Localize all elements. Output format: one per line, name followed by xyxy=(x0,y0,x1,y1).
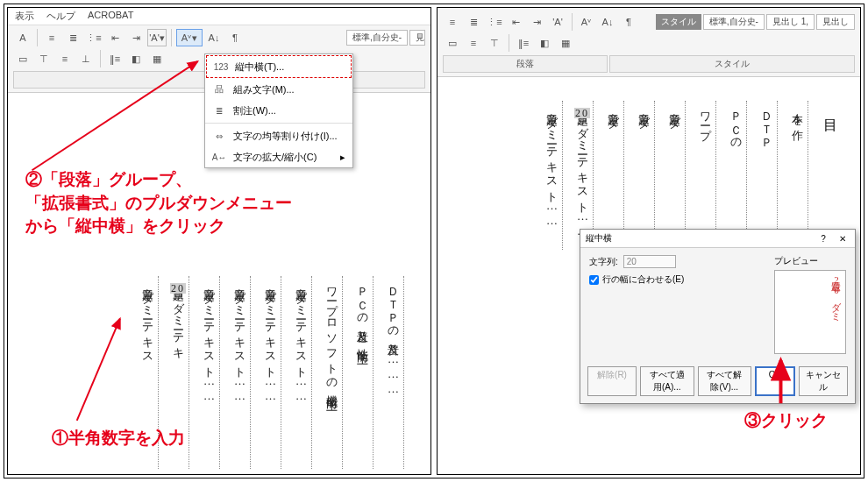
doc-col: ＰＣの xyxy=(725,101,747,250)
multilevel-list-icon[interactable]: ⋮≡ xyxy=(485,13,504,31)
doc-col: 章題ダ xyxy=(664,101,686,250)
doc-col: 章題ダミーテキスト…… xyxy=(198,276,220,469)
dialog-title: 縦中横 xyxy=(586,232,612,245)
align-bot-icon[interactable]: ⊥ xyxy=(76,50,96,67)
dialog-help-icon[interactable]: ? xyxy=(816,234,830,244)
warichu-icon: ≣ xyxy=(212,103,226,117)
align-mid-icon[interactable]: ≡ xyxy=(55,50,75,67)
dialog-moji-label: 文字列: xyxy=(589,256,618,268)
outdent-icon[interactable]: ⇤ xyxy=(105,29,125,46)
extended-format-dropdown: 123 縦中横(T)... 品 組み文字(M)... ≣ 割注(W)... ⇔ … xyxy=(204,53,353,168)
dialog-preview-label: プレビュー xyxy=(774,255,846,267)
border-icon[interactable]: ▭ xyxy=(443,34,462,52)
show-marks-icon[interactable]: ¶ xyxy=(225,29,245,46)
line-spacing-icon[interactable]: ‖≡ xyxy=(105,50,125,67)
shading-icon[interactable]: ◧ xyxy=(535,34,554,52)
annotation-step3: ③クリック xyxy=(744,409,828,433)
menu-acrobat[interactable]: ACROBAT xyxy=(88,10,133,23)
kakudai-icon: A↔ xyxy=(212,150,226,164)
dropdown-kinto-label: 文字の均等割り付け(I)... xyxy=(233,130,338,143)
kumimoji-icon: 品 xyxy=(212,82,226,96)
dropdown-tatechuyoko[interactable]: 123 縦中横(T)... xyxy=(206,55,352,78)
doc-col: ＰＣの普及と性能向上… xyxy=(352,276,374,469)
doc-col: 章題ダミーテキスト…… xyxy=(290,276,312,469)
dropdown-kumimoji[interactable]: 品 組み文字(M)... xyxy=(205,79,352,100)
dialog-preview: 章題20ダミ xyxy=(774,270,846,354)
menu-help[interactable]: ヘルプ xyxy=(46,10,75,23)
sort-icon[interactable]: 'A'▾ xyxy=(147,29,167,46)
ribbon-right: ≡ ≣ ⋮≡ ⇤ ⇥ 'A' Aᵛ A↓ ¶ スタイル 標準,自分史- 見出し … xyxy=(438,8,860,77)
sort-az-icon[interactable]: A↓ xyxy=(598,13,617,31)
dialog-all-kaijo-button[interactable]: すべて解除(V)... xyxy=(698,366,752,396)
selected-number[interactable]: 20 xyxy=(574,108,590,118)
dropdown-kakudai[interactable]: A↔ 文字の拡大/縮小(C) ▸ xyxy=(205,146,352,167)
dialog-ok-button[interactable]: OK xyxy=(755,366,795,396)
doc-col: ワープロソフトの機能向上… xyxy=(321,276,343,469)
dialog-fit-label: 行の幅に合わせる(E) xyxy=(602,273,684,286)
dropdown-tatechuyoko-label: 縦中横(T)... xyxy=(235,60,284,74)
doc-col: 章題ダ xyxy=(633,101,655,250)
style-label: スタイル xyxy=(656,14,701,30)
dropdown-warichu[interactable]: ≣ 割注(W)... xyxy=(205,100,352,121)
numbered-list-icon[interactable]: ≣ xyxy=(464,13,483,31)
tatechuyoko-button[interactable]: Aᵛ▾ xyxy=(176,29,203,46)
doc-col: ＤＴＰ xyxy=(756,101,778,250)
style-heading1[interactable]: 見 xyxy=(409,30,425,46)
shading-icon[interactable]: ◧ xyxy=(126,50,146,67)
indent-icon[interactable]: ⇥ xyxy=(126,29,146,46)
borders-icon[interactable]: ▦ xyxy=(556,34,575,52)
style-heading1[interactable]: 見出し 1, xyxy=(766,14,815,30)
kinto-icon: ⇔ xyxy=(212,129,226,143)
close-icon[interactable]: ✕ xyxy=(836,234,850,244)
style-normal[interactable]: 標準,自分史- xyxy=(703,14,765,30)
doc-col: 章題ダミーテキスト…… xyxy=(541,101,563,250)
dialog-moji-input[interactable]: 20 xyxy=(623,255,676,268)
dropdown-kinto[interactable]: ⇔ 文字の均等割り付け(I)... xyxy=(205,125,352,146)
dropdown-warichu-label: 割注(W)... xyxy=(233,104,276,117)
sort-az-icon[interactable]: A↓ xyxy=(204,29,224,46)
doc-col: ワープ xyxy=(694,101,716,250)
style-normal[interactable]: 標準,自分史- xyxy=(346,30,408,46)
dialog-all-apply-button[interactable]: すべて適用(A)... xyxy=(640,366,694,396)
dialog-kaijo-button[interactable]: 解除(R) xyxy=(587,366,637,396)
show-marks-icon[interactable]: ¶ xyxy=(619,13,638,31)
tatechuyoko-icon: 123 xyxy=(214,60,228,74)
dialog-cancel-button[interactable]: キャンセル xyxy=(799,366,848,396)
multilevel-list-icon[interactable]: ⋮≡ xyxy=(84,29,103,46)
dropdown-kakudai-label: 文字の拡大/縮小(C) xyxy=(233,151,317,164)
borders-icon[interactable]: ▦ xyxy=(147,50,167,67)
indent-icon[interactable]: ⇥ xyxy=(527,13,546,31)
sort-icon[interactable]: Aᵛ xyxy=(577,13,596,31)
align-top-icon[interactable]: ⊤ xyxy=(34,50,53,67)
numbered-list-icon[interactable]: ≣ xyxy=(63,29,82,46)
font-box-icon[interactable]: A xyxy=(13,29,32,46)
doc-col: 章題ダミーテキスト…… xyxy=(229,276,251,469)
border-icon[interactable]: ▭ xyxy=(13,50,32,67)
line-spacing-icon[interactable]: ‖≡ xyxy=(514,34,533,52)
dialog-fit-checkbox[interactable] xyxy=(589,275,599,285)
ribbon-group-style: スタイル xyxy=(609,55,855,73)
doc-col: ＤＴＰの普及………… xyxy=(382,276,404,469)
list-icon[interactable]: ≡ xyxy=(443,13,462,31)
panel-right: ≡ ≣ ⋮≡ ⇤ ⇥ 'A' Aᵛ A↓ ¶ スタイル 標準,自分史- 見出し … xyxy=(437,7,861,475)
menu-view[interactable]: 表示 xyxy=(15,10,34,23)
list-icon[interactable]: ≡ xyxy=(42,29,61,46)
selected-number[interactable]: 20 xyxy=(170,283,186,294)
tatechuyoko-icon[interactable]: 'A' xyxy=(548,13,567,31)
dropdown-kumimoji-label: 組み文字(M)... xyxy=(233,83,295,96)
menu-bar-left: 表示 ヘルプ ACROBAT xyxy=(8,8,430,25)
annotation-step2: ②「段落」グループ、 「拡張書式」のプルダウンメニュー から「縦中横」をクリック xyxy=(25,168,292,238)
doc-col: 章題ダミーテキスト…… xyxy=(260,276,281,469)
doc-col-selected[interactable]: 章題20ダミーテキスト…… xyxy=(572,101,594,250)
style-heading[interactable]: 見出し xyxy=(816,14,855,30)
doc-col: 章題ダ xyxy=(602,101,624,250)
panel-left: 表示 ヘルプ ACROBAT A ≡ ≣ ⋮≡ ⇤ ⇥ 'A'▾ Aᵛ▾ A↓ … xyxy=(7,7,431,475)
outdent-icon[interactable]: ⇤ xyxy=(506,13,525,31)
toc-label: 目 xyxy=(817,101,843,153)
doc-col: 本を作 xyxy=(786,101,808,250)
ribbon-group-paragraph: 段落 xyxy=(443,55,608,73)
align-icon[interactable]: ≡ xyxy=(464,34,483,52)
align-icon[interactable]: ⊤ xyxy=(485,34,504,52)
tatechuyoko-dialog: 縦中横 ? ✕ 文字列: 20 行の幅に合わせる(E) xyxy=(580,229,856,404)
annotation-step1: ①半角数字を入力 xyxy=(52,427,185,450)
